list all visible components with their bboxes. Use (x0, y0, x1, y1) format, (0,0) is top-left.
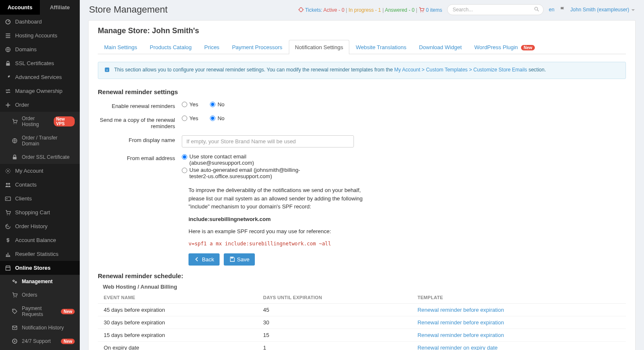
tab-notification-settings[interactable]: Notification Settings (289, 40, 350, 54)
event-cell: 45 days before expiration (98, 303, 257, 316)
schedule-table: EVENT NAMEDAYS UNTIL EXPIRATIONTEMPLATE … (98, 292, 626, 350)
sidebar-tab-accounts[interactable]: Accounts (0, 0, 40, 15)
sidebar-item-label: Hosting Accounts (15, 32, 57, 39)
wrench-icon (5, 74, 11, 80)
schedule-heading: Renewal reminder schedule: (98, 272, 626, 279)
sidebar-item-shopping-cart[interactable]: Shopping Cart (0, 205, 80, 219)
spf-example-intro: Here is an example SPF record you may us… (188, 227, 365, 236)
sidebar-item-notification-history[interactable]: Notification History (0, 321, 80, 334)
sidebar-item-dashboard[interactable]: Dashboard (0, 15, 80, 29)
gears-icon (12, 279, 18, 284)
users-icon (5, 182, 11, 188)
sidebar-item-label: Account Balance (15, 237, 56, 243)
custom-templates-link[interactable]: My Account > Custom Templates > Customiz… (394, 67, 527, 73)
sidebar-item-reseller-statistics[interactable]: Reseller Statistics (0, 247, 80, 261)
sidebar-item-label: Notification History (22, 325, 64, 331)
reminder-settings-heading: Renewal reminder settings (98, 88, 626, 95)
sidebar-item-tickets[interactable]: Tickets (0, 348, 80, 350)
sidebar-item-label: My Account (15, 168, 43, 174)
sidebar-item-label: Clients (15, 195, 32, 202)
lock-icon (5, 61, 11, 66)
enable-yes[interactable]: Yes (182, 101, 198, 108)
sidebar-item-order-history[interactable]: Order History (0, 219, 80, 233)
table-row: 30 days before expiration30Renewal remin… (98, 316, 626, 329)
card-icon (5, 196, 11, 202)
sidebar-item-label: Order SSL Certificate (22, 154, 70, 160)
sidebar-item-ssl-certificates[interactable]: SSL Certificates (0, 56, 80, 70)
tab-main-settings[interactable]: Main Settings (98, 40, 144, 54)
sidebar-item-clients[interactable]: Clients (0, 192, 80, 205)
sidebar-item-order-hosting[interactable]: Order HostingNew VPS (0, 112, 80, 131)
display-name-label: From display name (98, 135, 182, 143)
tab-products-catalog[interactable]: Products Catalog (144, 40, 198, 54)
sidebar-item-label: Online Stores (15, 265, 51, 271)
sidebar-item-hosting-accounts[interactable]: Hosting Accounts (0, 29, 80, 42)
cart-link[interactable]: 0 items (419, 7, 442, 13)
sidebar-item-orders[interactable]: Orders (0, 288, 80, 302)
display-name-input[interactable] (182, 135, 354, 147)
tab-wordpress-plugin[interactable]: WordPress Plugin New (468, 40, 541, 54)
template-link[interactable]: Renewal reminder before expiration (411, 303, 626, 316)
from-email-auto[interactable]: Use auto-generated email (johnsmith@bill… (182, 167, 308, 179)
history-icon (5, 224, 11, 229)
sidebar-badge: New (61, 339, 75, 344)
sidebar-item-account-balance[interactable]: Account Balance (0, 233, 80, 247)
copy-no[interactable]: No (210, 115, 225, 121)
days-cell: 1 (257, 341, 412, 350)
sidebar-item-contacts[interactable]: Contacts (0, 178, 80, 192)
search-input[interactable] (447, 4, 544, 15)
user-menu[interactable]: John Smith (exampleuser) (571, 7, 635, 13)
sidebar-item-label: Order Hosting (22, 116, 50, 127)
dashboard-icon (5, 19, 11, 25)
tab-download-widget[interactable]: Download Widget (413, 40, 468, 54)
sidebar-item-24-7-support[interactable]: 24/7 SupportNew (0, 334, 80, 348)
copy-yes[interactable]: Yes (182, 115, 198, 121)
sidebar-item-label: Order History (15, 223, 47, 229)
tab-website-translations[interactable]: Website Translations (349, 40, 412, 54)
sidebar-online-stores[interactable]: Online Stores (0, 261, 80, 275)
enable-label: Enable renewal reminders (98, 101, 182, 109)
sidebar-item-payment-requests[interactable]: Payment RequestsNew (0, 302, 80, 321)
sidebar-tab-affiliate[interactable]: Affiliate (40, 0, 80, 15)
sidebar-item-order[interactable]: Order (0, 98, 80, 112)
save-button[interactable]: Save (224, 253, 255, 266)
sidebar-item-management[interactable]: Management (0, 275, 80, 288)
event-cell: 15 days before expiration (98, 329, 257, 341)
page-title: Store Management (89, 4, 168, 15)
lang-switch[interactable]: en (549, 7, 554, 13)
cart-icon (12, 118, 18, 124)
from-email-label: From email address (98, 153, 182, 161)
days-cell: 15 (257, 329, 412, 341)
list-icon (5, 33, 11, 39)
sidebar-item-label: SSL Certificates (15, 60, 54, 66)
sidebar-item-order-transfer-domain[interactable]: Order / Transfer Domain (0, 131, 80, 150)
template-link[interactable]: Renewal reminder before expiration (411, 316, 626, 329)
template-link[interactable]: Renewal reminder before expiration (411, 329, 626, 341)
support-icon (12, 338, 18, 344)
enable-no[interactable]: No (210, 101, 225, 108)
from-email-store[interactable]: Use store contact email (abuse@suresuppo… (182, 153, 308, 166)
col-header: EVENT NAME (98, 292, 257, 304)
swap-icon (5, 88, 11, 94)
sidebar-item-domains[interactable]: Domains (0, 42, 80, 56)
sidebar-item-label: Shopping Cart (15, 209, 50, 216)
ticket-status: Tickets: Active - 0 | In progress - 1 | … (298, 7, 442, 13)
globe-icon (5, 47, 11, 53)
template-link[interactable]: Renewal reminder on expiry date (411, 341, 626, 350)
table-row: 15 days before expiration15Renewal remin… (98, 329, 626, 341)
tab-payment-processors[interactable]: Payment Processors (226, 40, 289, 54)
back-button[interactable]: Back (188, 253, 220, 266)
sidebar-item-order-ssl-certificate[interactable]: Order SSL Certificate (0, 150, 80, 164)
sidebar-item-manage-ownership[interactable]: Manage Ownership (0, 84, 80, 98)
sidebar-item-label: Domains (15, 46, 37, 53)
days-cell: 30 (257, 316, 412, 329)
tickets-link[interactable]: Tickets: (305, 7, 322, 13)
plus-icon (5, 102, 11, 108)
info-alert: This section allows you to configure you… (98, 62, 626, 79)
tab-prices[interactable]: Prices (198, 40, 226, 54)
table-row: 45 days before expiration45Renewal remin… (98, 303, 626, 316)
col-header: TEMPLATE (411, 292, 626, 304)
sidebar-item-my-account[interactable]: My Account (0, 164, 80, 178)
chevron-down-icon (631, 9, 635, 11)
sidebar-item-advanced-services[interactable]: Advanced Services (0, 70, 80, 84)
